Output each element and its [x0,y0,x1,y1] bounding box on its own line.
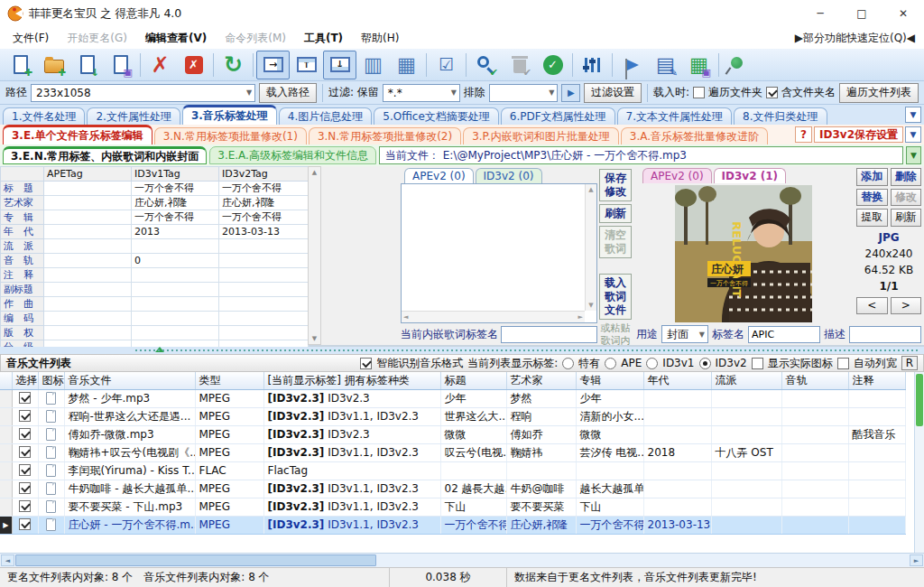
lyrics-tab-APEv2 (0)[interactable]: APEv2 (0) [404,168,474,183]
column-header-音乐文件[interactable]: 音乐文件 [64,372,195,389]
row-checkbox[interactable] [19,482,31,494]
cover-tab-APEv2 (0)[interactable]: APEv2 (0) [642,168,712,183]
column-header-音轨[interactable]: 音轨 [781,372,848,389]
column-header-注释[interactable]: 注释 [848,372,905,389]
next-cover-button[interactable]: > [891,297,922,315]
menu-item[interactable]: 命令列表(M) [216,29,295,48]
table-row[interactable]: ▶庄心妍 - 一万个舍不得.m...MPEG[ID3v2.3] ID3v1.1,… [0,516,905,534]
maximize-button[interactable]: □ [841,0,882,27]
tab-3.E.A.高级标签编辑和文件信息[interactable]: 3.E.A.高级标签编辑和文件信息 [209,146,376,164]
row-checkbox[interactable] [19,518,31,530]
search-verify-button[interactable]: ✔ [469,51,503,79]
column-header-流派[interactable]: 流派 [711,372,781,389]
column-header-艺术家[interactable]: 艺术家 [506,372,576,389]
tab-1.文件名处理[interactable]: 1.文件名处理 [3,107,85,125]
row-checkbox[interactable] [19,410,31,422]
r-button[interactable]: R [901,356,918,370]
menu-item[interactable]: 文件(F) [4,29,58,48]
apply-filter-button[interactable]: ▶ [561,84,580,102]
scroll-thumb[interactable] [916,374,923,426]
lyrics-tab-ID3v2 (0)[interactable]: ID3v2 (0) [476,168,542,183]
tab-3.N.常用标签项批量修改(1)[interactable]: 3.N.常用标签项批量修改(1) [154,127,307,144]
menu-item[interactable]: 编辑查看(V) [136,29,216,48]
tag-cell-ape[interactable] [44,210,132,225]
table-row[interactable]: 牛奶咖啡 - 越长大越孤单...MPEG[ID3v2.3] ID3v1.1, I… [0,480,905,498]
tag-cell-id3v2[interactable] [219,268,309,283]
tab-3.音乐标签处理[interactable]: 3.音乐标签处理 [182,105,277,125]
path-combo[interactable]: 233x1058 ▼ [31,84,255,102]
tag-cell-id3v2[interactable] [219,326,309,340]
row-checkbox[interactable] [19,500,31,512]
column-header-标题[interactable]: 标题 [440,372,506,389]
tab-6.PDF文档属性处理[interactable]: 6.PDF文档属性处理 [501,107,615,125]
table-row[interactable]: 傅如乔-微微.mp3MPEG[ID3v2.3] ID3v2.3微微傅如乔微微酷我… [0,425,905,443]
lyrics-vscrollbar[interactable]: ▲ ▼ [585,184,596,311]
minimize-button[interactable]: ─ [799,0,841,27]
tag-cell-ape[interactable] [44,297,132,312]
save-lyrics-button[interactable]: 保存修改 [599,169,632,201]
save-list-button[interactable]: ▣ [104,51,137,79]
filter-settings-button[interactable]: 过滤设置 [584,83,642,103]
tag-cell-ape[interactable] [44,283,132,297]
traverse-file-list-button[interactable]: 遍历文件列表 [839,83,919,103]
tag-cell-ape[interactable] [44,326,132,340]
column-header-选择[interactable]: 选择 [12,372,38,389]
table-row[interactable]: 程响-世界这么大还是遇...MPEG[ID3v2.3] ID3v1.1, ID3… [0,407,905,425]
table-save-button[interactable]: ▦▣ [682,51,716,79]
cover-tab-ID3v2 (1)[interactable]: ID3v2 (1) [714,168,786,183]
table-row[interactable]: 要不要买菜 - 下山.mp3MPEG[ID3v2.3] ID3v1.1, ID3… [0,498,905,516]
smart-detect-checkbox[interactable] [360,358,372,369]
tag-cell-ape[interactable] [44,196,132,210]
list-edit-button[interactable]: ▤✎ [649,51,682,79]
pin-button[interactable] [722,51,755,79]
tag-cell-ape[interactable] [44,225,132,239]
new-file-button[interactable]: ✚ [4,51,37,79]
tag-cell-id3v1[interactable] [132,312,219,326]
tag-cell-id3v2[interactable]: 庄心妍,祁隆 [219,196,309,210]
close-button[interactable]: ✕ [882,0,924,27]
tab-8.文件归类处理[interactable]: 8.文件归类处理 [734,107,827,125]
radio-ID3v2[interactable] [699,358,711,369]
row-checkbox[interactable] [19,446,31,458]
table-row[interactable]: 鞠婧祎+叹云兮(电视剧《...MPEG[ID3v2.3] ID3v1.1, ID… [0,443,905,461]
tag-cell-id3v2[interactable] [219,297,309,312]
tag-cell-id3v2[interactable]: 2013-03-13 [219,225,309,239]
tag-cell-ape[interactable] [44,239,132,254]
scroll-left-icon[interactable]: ◄ [1,554,14,566]
radio-ID3v1[interactable] [646,358,658,369]
column-left-button[interactable]: ▥ [356,51,390,79]
extract-cover-button[interactable]: 提取 [856,209,888,227]
tab-2.文件属性处理[interactable]: 2.文件属性处理 [87,107,180,125]
import-list-button[interactable]: ↓ [70,51,104,79]
lyrics-hscrollbar[interactable]: ◄ ► [402,311,585,322]
replace-cover-button[interactable]: 替换 [856,189,888,207]
dock-top-button[interactable]: ↑ [290,51,323,79]
tag-cell-id3v1[interactable]: 2013 [132,225,219,239]
cover-use-combo[interactable]: 封面 ▼ [661,325,708,343]
tab-4.图片信息处理[interactable]: 4.图片信息处理 [279,107,372,125]
prev-cover-button[interactable]: < [856,297,888,315]
load-path-button[interactable]: 载入路径 [259,83,317,103]
tag-cell-ape[interactable] [44,312,132,326]
menu-item[interactable]: 帮助(H) [352,29,408,48]
cover-tagname-input[interactable] [748,326,820,343]
exclude-filter-combo[interactable]: ▼ [489,84,559,102]
tag-cell-id3v1[interactable]: 一万个舍不得 [132,182,219,196]
tab-3.E.N.常用标签、内嵌歌词和内嵌封面[interactable]: 3.E.N.常用标签、内嵌歌词和内嵌封面 [3,146,207,164]
tag-cell-id3v2[interactable] [219,239,309,254]
menu-item[interactable]: 工具(T) [295,29,352,48]
tab-7.文本文件属性处理[interactable]: 7.文本文件属性处理 [617,107,732,125]
splitter-handle[interactable] [0,347,924,354]
tag-cell-id3v1[interactable] [132,239,219,254]
tab-3.P.内嵌歌词和图片批量处理[interactable]: 3.P.内嵌歌词和图片批量处理 [463,127,619,144]
tag-cell-id3v2[interactable] [219,312,309,326]
tab-3.E.单个文件音乐标签编辑[interactable]: 3.E.单个文件音乐标签编辑 [3,125,152,144]
current-file-dropdown[interactable]: ▼ [906,146,921,164]
row-checkbox[interactable] [19,392,31,404]
trash-button[interactable]: ✔ [503,51,536,79]
radio-特有[interactable] [562,358,574,369]
modify-cover-button[interactable]: 修改 [891,189,922,207]
checklist-button[interactable]: ☑ [430,51,463,79]
refresh-lyrics-button[interactable]: 刷新 [599,204,632,223]
id3v2-save-settings-button[interactable]: ID3v2保存设置 [814,126,903,143]
